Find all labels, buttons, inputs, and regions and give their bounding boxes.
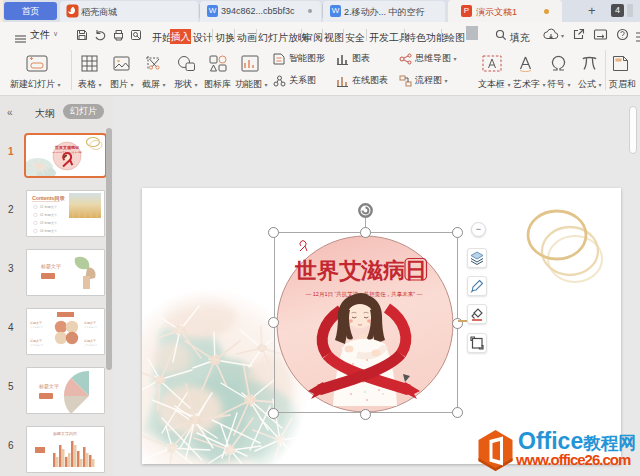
svg-text:世界艾滋病日: 世界艾滋病日 xyxy=(54,145,79,150)
svg-text:文字内容文字: 文字内容文字 xyxy=(30,344,44,347)
svg-text:文字内容文字: 文字内容文字 xyxy=(84,326,98,329)
svg-text:标题文字: 标题文字 xyxy=(29,321,42,325)
svg-text:标题文字: 标题文字 xyxy=(38,383,59,390)
svg-text:03 标题文字: 03 标题文字 xyxy=(40,221,58,225)
svg-text:标题文字: 标题文字 xyxy=(40,263,61,270)
svg-text:文字内容文字: 文字内容文字 xyxy=(30,326,44,329)
svg-text:文字内容文字: 文字内容文字 xyxy=(84,344,98,347)
svg-text:标题文字: 标题文字 xyxy=(29,339,42,343)
svg-text:标题文字内容: 标题文字内容 xyxy=(53,431,77,437)
svg-text:02 标题文字: 02 标题文字 xyxy=(40,213,58,217)
svg-text:标题文字: 标题文字 xyxy=(83,321,96,325)
svg-text:04 标题文字: 04 标题文字 xyxy=(40,229,58,233)
svg-text:标题文字: 标题文字 xyxy=(83,339,96,343)
svg-text:01 标题文字: 01 标题文字 xyxy=(40,205,58,209)
svg-text:Contents目录: Contents目录 xyxy=(32,195,66,202)
